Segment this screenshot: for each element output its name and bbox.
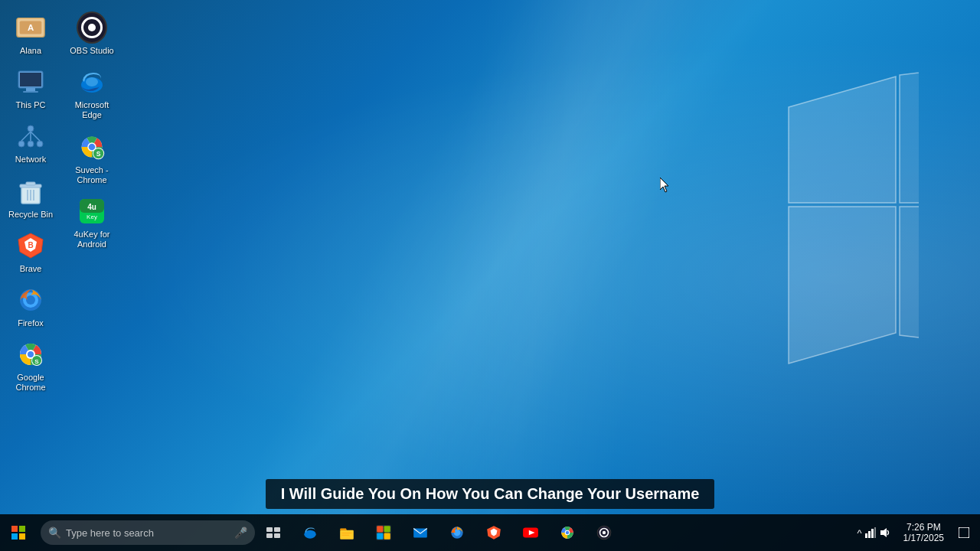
start-button[interactable] bbox=[0, 514, 37, 551]
svg-rect-9 bbox=[26, 88, 35, 91]
taskbar: 🔍 Type here to search 🎤 bbox=[0, 514, 980, 551]
system-tray: ^ 7:26 PM 1 bbox=[848, 514, 981, 551]
svg-rect-58 bbox=[341, 533, 351, 533]
svg-point-32 bbox=[28, 351, 34, 357]
svg-rect-52 bbox=[266, 527, 273, 532]
svg-line-15 bbox=[21, 132, 31, 141]
desktop: A Alana This PC bbox=[0, 0, 980, 551]
taskbar-obs-app[interactable] bbox=[586, 514, 622, 551]
svg-point-12 bbox=[18, 141, 24, 147]
microsoft-edge-icon-image bbox=[77, 67, 107, 97]
microsoft-edge-icon-item[interactable]: Microsoft Edge bbox=[62, 62, 122, 125]
search-placeholder-text: Type here to search bbox=[66, 527, 154, 539]
svg-point-37 bbox=[86, 77, 98, 86]
mic-icon: 🎤 bbox=[234, 527, 247, 539]
svg-rect-80 bbox=[871, 529, 874, 538]
task-view-button[interactable] bbox=[255, 514, 292, 551]
svg-rect-63 bbox=[377, 533, 383, 540]
svg-rect-79 bbox=[868, 531, 871, 538]
taskbar-edge-app[interactable] bbox=[292, 514, 328, 551]
taskbar-store-icon bbox=[375, 524, 392, 541]
svg-point-14 bbox=[28, 141, 34, 147]
taskbar-mail-app[interactable] bbox=[402, 514, 439, 551]
taskbar-chrome-icon bbox=[559, 524, 576, 541]
clock-time: 7:26 PM bbox=[906, 522, 941, 533]
taskbar-youtube-app[interactable] bbox=[512, 514, 549, 551]
brave-label: Brave bbox=[20, 264, 42, 274]
suvech-chrome-icon-item[interactable]: S Suvech - Chrome bbox=[62, 127, 122, 190]
4ukey-label: 4uKey for Android bbox=[65, 230, 119, 249]
suvech-chrome-icon-image: S bbox=[77, 132, 107, 162]
alana-label: Alana bbox=[20, 46, 41, 56]
svg-rect-50 bbox=[11, 533, 18, 540]
taskbar-youtube-icon bbox=[522, 524, 539, 541]
obs-studio-label: OBS Studio bbox=[70, 46, 113, 56]
svg-text:Key: Key bbox=[87, 214, 97, 220]
svg-marker-2 bbox=[789, 207, 896, 364]
obs-studio-icon-image bbox=[77, 12, 107, 43]
tray-chevron-icon[interactable]: ^ bbox=[858, 527, 862, 539]
recycle-bin-label: Recycle Bin bbox=[8, 210, 53, 220]
svg-text:S: S bbox=[34, 358, 39, 365]
taskbar-firefox-app[interactable] bbox=[439, 514, 475, 551]
taskbar-file-explorer-icon bbox=[338, 524, 355, 541]
taskbar-brave-app[interactable] bbox=[475, 514, 512, 551]
subtitle-text: I Will Guide You On How You Can Change Y… bbox=[266, 479, 715, 509]
recycle-bin-icon-item[interactable]: Recycle Bin bbox=[1, 171, 60, 224]
obs-studio-icon-item[interactable]: OBS Studio bbox=[62, 8, 122, 60]
microsoft-edge-label: Microsoft Edge bbox=[65, 100, 119, 120]
svg-rect-62 bbox=[384, 526, 390, 532]
firefox-icon-item[interactable]: Firefox bbox=[1, 280, 60, 333]
svg-text:S: S bbox=[96, 150, 101, 158]
svg-point-74 bbox=[566, 531, 569, 534]
svg-rect-48 bbox=[11, 526, 18, 532]
svg-point-77 bbox=[603, 531, 606, 534]
taskbar-mail-icon bbox=[412, 524, 429, 541]
svg-point-11 bbox=[28, 126, 34, 132]
google-chrome-icon-image: S bbox=[15, 339, 46, 370]
this-pc-icon-image bbox=[15, 67, 46, 97]
alana-icon-item[interactable]: A Alana bbox=[1, 8, 60, 60]
notification-icon bbox=[959, 527, 969, 538]
taskbar-obs-icon bbox=[596, 524, 612, 541]
google-chrome-label: Google Chrome bbox=[4, 373, 57, 393]
icon-column-2: OBS Studio Microsoft Edge bbox=[61, 8, 122, 399]
taskbar-firefox-icon bbox=[449, 524, 466, 541]
4ukey-icon-image: 4u Key bbox=[77, 196, 107, 227]
taskbar-search[interactable]: 🔍 Type here to search 🎤 bbox=[41, 520, 255, 545]
search-icon: 🔍 bbox=[48, 527, 61, 539]
svg-line-16 bbox=[31, 132, 40, 141]
alana-icon-image: A bbox=[15, 12, 46, 43]
svg-rect-59 bbox=[341, 535, 349, 536]
svg-marker-3 bbox=[900, 207, 919, 348]
svg-rect-49 bbox=[19, 526, 25, 532]
svg-marker-0 bbox=[789, 77, 896, 203]
notification-center-button[interactable] bbox=[952, 514, 976, 551]
google-chrome-icon-item[interactable]: S Google Chrome bbox=[1, 334, 60, 397]
system-clock[interactable]: 7:26 PM 1/17/2025 bbox=[896, 514, 952, 551]
svg-marker-1 bbox=[900, 61, 919, 203]
svg-rect-83 bbox=[959, 527, 969, 538]
svg-text:A: A bbox=[28, 23, 34, 32]
network-icon-item[interactable]: Network bbox=[1, 116, 60, 169]
network-label: Network bbox=[15, 155, 46, 165]
task-view-icon bbox=[266, 527, 280, 538]
subtitle-bar: I Will Guide You On How You Can Change Y… bbox=[0, 479, 980, 509]
windows-start-icon bbox=[11, 526, 25, 540]
svg-rect-53 bbox=[274, 527, 280, 532]
tray-volume-icon[interactable] bbox=[879, 527, 890, 538]
taskbar-edge-icon bbox=[302, 524, 318, 541]
svg-rect-51 bbox=[19, 533, 25, 540]
4ukey-icon-item[interactable]: 4u Key 4uKey for Android bbox=[62, 191, 122, 254]
this-pc-icon-item[interactable]: This PC bbox=[1, 62, 60, 115]
tray-network-icon[interactable] bbox=[865, 527, 876, 538]
taskbar-file-explorer-app[interactable] bbox=[328, 514, 365, 551]
svg-rect-78 bbox=[865, 533, 867, 538]
svg-point-29 bbox=[26, 295, 35, 305]
this-pc-label: This PC bbox=[15, 100, 45, 110]
brave-icon-item[interactable]: B Brave bbox=[1, 226, 60, 279]
taskbar-store-app[interactable] bbox=[365, 514, 402, 551]
svg-text:B: B bbox=[28, 241, 33, 249]
taskbar-chrome-app[interactable] bbox=[549, 514, 586, 551]
firefox-icon-image bbox=[15, 285, 46, 315]
